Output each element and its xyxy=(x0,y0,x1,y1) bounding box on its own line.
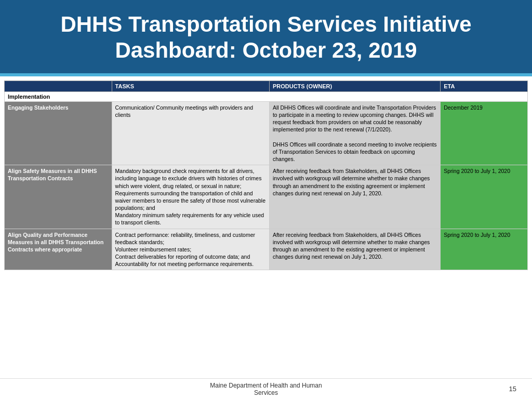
row-label-2: Align Safety Measures in all DHHS Transp… xyxy=(5,165,112,229)
row-label-3: Align Quality and Performance Measures i… xyxy=(5,229,112,270)
table-row: Align Safety Measures in all DHHS Transp… xyxy=(5,165,528,229)
row-label-1: Engaging Stakeholders xyxy=(5,101,112,165)
page-title: DHHS Transportation Services Initiative … xyxy=(21,11,511,64)
dashboard-table: TASKS PRODUCTS (OWNER) ETA Implementatio… xyxy=(4,81,528,271)
row-tasks-text-2: Mandatory background check requirements … xyxy=(115,168,265,225)
section-label: Implementation xyxy=(5,91,528,101)
col-header-products: PRODUCTS (OWNER) xyxy=(269,81,440,91)
column-header-row: TASKS PRODUCTS (OWNER) ETA xyxy=(5,81,528,91)
page-header: DHHS Transportation Services Initiative … xyxy=(0,0,532,73)
row-products-1: All DHHS Offices will coordinate and inv… xyxy=(269,101,440,165)
row-products-3: After receiving feedback from Stakeholde… xyxy=(269,229,440,270)
table-row: Align Quality and Performance Measures i… xyxy=(5,229,528,270)
row-products-2: After receiving feedback from Stakeholde… xyxy=(269,165,440,229)
row-tasks-text-3: Contract performance: reliability, timel… xyxy=(115,232,255,268)
row-tasks-2: Mandatory background check requirements … xyxy=(112,165,269,229)
main-table-container: TASKS PRODUCTS (OWNER) ETA Implementatio… xyxy=(0,76,532,273)
row-tasks-3: Contract performance: reliability, timel… xyxy=(112,229,269,270)
row-eta-2: Spring 2020 to July 1, 2020 xyxy=(441,165,528,229)
col-header-empty xyxy=(5,81,112,91)
page-number: 15 xyxy=(509,385,516,393)
page-footer: Maine Department of Health and HumanServ… xyxy=(0,378,532,399)
table-row: Engaging Stakeholders Communication/ Com… xyxy=(5,101,528,165)
row-eta-1: December 2019 xyxy=(441,101,528,165)
col-header-tasks: TASKS xyxy=(112,81,269,91)
col-header-eta: ETA xyxy=(441,81,528,91)
row-eta-3: Spring 2020 to July 1, 2020 xyxy=(441,229,528,270)
row-tasks-1: Communication/ Community meetings with p… xyxy=(112,101,269,165)
section-header-implementation: Implementation xyxy=(5,91,528,101)
row-products-text-1: All DHHS Offices will coordinate and inv… xyxy=(273,104,437,162)
footer-label: Maine Department of Health and HumanServ… xyxy=(210,382,322,396)
footer-text: Maine Department of Health and HumanServ… xyxy=(210,382,322,396)
